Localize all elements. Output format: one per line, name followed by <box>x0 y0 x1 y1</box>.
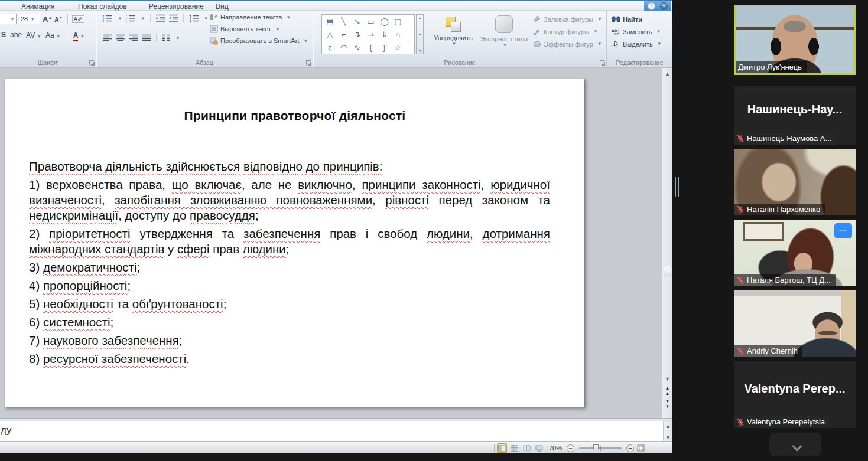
shape-icon[interactable]: ▤ <box>323 15 337 28</box>
decrease-indent-icon[interactable] <box>155 14 165 22</box>
shape-fill-button[interactable]: Заливка фигуры▼ <box>533 15 602 23</box>
shape-icon[interactable]: ⌂ <box>391 28 405 41</box>
slide-text-line: 3) демократичності; <box>29 260 550 275</box>
shape-icon[interactable]: { <box>364 41 378 54</box>
next-slide-button[interactable]: ▼▼ <box>662 398 672 409</box>
participant-tile[interactable]: Дмитро Лук'янець <box>734 5 856 75</box>
shape-icon[interactable]: ◠ <box>337 41 350 54</box>
font-dialog-launcher[interactable] <box>89 60 94 65</box>
clear-formatting-icon[interactable]: A✐ <box>72 15 84 23</box>
numbering-icon[interactable] <box>125 14 136 22</box>
bullets-icon[interactable] <box>102 14 113 22</box>
tab-review[interactable]: Рецензирование <box>149 2 204 11</box>
shapes-gallery[interactable]: ▤╲↘▭◯▢△⌐↴⇒⇓⌂ς◠∿{}☆ <box>321 14 415 54</box>
drawing-dialog-launcher[interactable] <box>600 60 604 65</box>
participant-tile[interactable]: Valentyna Perep... Valentyna Perepelytsi… <box>734 361 856 428</box>
select-button[interactable]: Выделить▼ <box>612 40 662 48</box>
panel-splitter-handle[interactable] <box>675 177 681 197</box>
participant-tile[interactable]: Наталія Пархоменко <box>734 149 856 215</box>
columns-icon[interactable] <box>161 34 171 42</box>
drawing-group: ▤╲↘▭◯▢△⌐↴⇒⇓⌂ς◠∿{}☆ ▲ ▼ ▼̱ Упорядочить▼ Э… <box>313 11 607 67</box>
muted-mic-icon <box>736 418 745 426</box>
shapes-gallery-scrollbar[interactable]: ▲ ▼ ▼̱ <box>416 14 424 54</box>
tab-animation[interactable]: Анимация <box>21 2 54 11</box>
scroll-up-icon[interactable]: ▲ <box>662 71 672 77</box>
notes-pane[interactable]: ду ▲ ▼ <box>0 421 672 442</box>
reading-view-button[interactable] <box>522 443 532 453</box>
shape-icon[interactable]: ↴ <box>350 28 364 41</box>
character-spacing-icon[interactable]: AV▼ <box>26 30 41 40</box>
scroll-participants-button[interactable] <box>769 433 821 456</box>
normal-view-button[interactable] <box>497 443 507 453</box>
vertical-scrollbar[interactable]: ▲ ▼ ▲▲ ▼▼ <box>662 68 672 418</box>
font-size-combo[interactable]: 28▼ <box>19 14 40 24</box>
fit-to-window-icon[interactable] <box>636 444 645 452</box>
line-spacing-icon[interactable] <box>188 14 199 22</box>
paragraph-dialog-launcher[interactable] <box>306 60 311 65</box>
shape-icon[interactable]: ☆ <box>391 41 405 54</box>
find-button[interactable]: Найти <box>612 15 662 23</box>
shape-icon[interactable]: ◯ <box>378 15 391 28</box>
slide-canvas: Принципи правотворчої діяльності Правотв… <box>0 68 672 418</box>
tab-slideshow[interactable]: Показ слайдов <box>78 2 127 11</box>
font-color-icon[interactable]: A▼ <box>73 30 85 40</box>
shape-icon[interactable]: ↘ <box>350 15 364 28</box>
slideshow-view-button[interactable] <box>534 443 544 453</box>
participant-tile[interactable]: ··· Наталя Бартош, ТЦ Д... <box>734 220 856 286</box>
shape-icon[interactable]: △ <box>323 28 337 41</box>
gallery-more-icon[interactable]: ▼̱ <box>418 48 422 53</box>
strikethrough-icon[interactable]: abe <box>10 31 22 39</box>
font-name-combo[interactable]: ▼ <box>0 14 17 24</box>
align-right-icon[interactable] <box>128 34 138 42</box>
arrange-button[interactable]: Упорядочить▼ <box>429 14 477 63</box>
increase-indent-icon[interactable] <box>168 14 178 22</box>
change-case-icon[interactable]: Aa▼ <box>45 30 61 40</box>
arrange-icon <box>446 17 461 32</box>
zoom-out-icon[interactable]: − <box>567 444 574 452</box>
gallery-down-icon[interactable]: ▼ <box>418 32 422 37</box>
previous-slide-button[interactable]: ▲▲ <box>662 385 672 396</box>
shape-icon[interactable]: } <box>378 41 391 54</box>
justify-icon[interactable] <box>141 34 151 42</box>
align-text-button[interactable]: Выровнять текст▼ <box>210 25 308 33</box>
align-center-icon[interactable] <box>115 34 125 42</box>
scrollbar-thumb[interactable] <box>664 266 671 276</box>
collapse-ribbon-icon[interactable]: ⌃ <box>648 2 655 10</box>
text-shadow-icon[interactable]: S <box>1 31 6 39</box>
shape-icon[interactable]: ς <box>323 41 337 54</box>
shape-icon[interactable]: ▭ <box>364 15 378 28</box>
zoom-slider[interactable] <box>579 447 622 449</box>
zoom-slider-thumb[interactable] <box>593 444 599 452</box>
replace-button[interactable]: abac Заменить▼ <box>612 28 662 35</box>
grow-font-icon[interactable]: A▲ <box>43 14 52 24</box>
scroll-down-icon[interactable]: ▼ <box>662 376 672 382</box>
align-left-icon[interactable] <box>102 34 112 42</box>
notes-scroll-up-icon[interactable]: ▲ <box>664 423 672 429</box>
zoom-in-icon[interactable]: + <box>626 444 634 452</box>
notes-scroll-down-icon[interactable]: ▼ <box>664 434 672 440</box>
font-size-value: 28 <box>21 15 28 22</box>
shape-icon[interactable]: ⇓ <box>378 28 391 41</box>
shape-effects-button[interactable]: Эффекты фигур▼ <box>533 40 602 48</box>
convert-smartart-button[interactable]: Преобразовать в SmartArt▼ <box>210 37 308 45</box>
slide[interactable]: Принципи правотворчої діяльності Правотв… <box>5 79 585 407</box>
shape-icon[interactable]: ∿ <box>350 41 364 54</box>
text-direction-button[interactable]: A Направление текста▼ <box>210 13 308 21</box>
more-options-button[interactable]: ··· <box>834 223 852 238</box>
gallery-up-icon[interactable]: ▲ <box>418 16 422 20</box>
participant-tile[interactable]: Нашинець-Нау... Нашинець-Наумова А... <box>734 86 856 145</box>
quick-styles-button[interactable]: Экспресс-стили▼ <box>480 14 528 63</box>
help-icon[interactable]: ? <box>660 2 668 10</box>
participant-name-label: Наталія Пархоменко <box>734 204 825 215</box>
shape-icon[interactable]: ⌐ <box>337 28 350 41</box>
participant-tile[interactable]: Andriy Chernih <box>734 290 856 357</box>
slide-sorter-view-button[interactable] <box>509 443 519 453</box>
notes-scrollbar[interactable]: ▲ ▼ <box>663 421 672 441</box>
shape-icon[interactable]: ╲ <box>337 15 350 28</box>
shape-icon[interactable]: ▢ <box>391 15 405 28</box>
shrink-font-icon[interactable]: A▼ <box>54 14 63 24</box>
tab-view[interactable]: Вид <box>216 2 229 11</box>
ribbon: ▼ 28▼ A▲ A▼ A✐ S abe AV▼ Aa▼ A▼ Шрифт <box>0 11 672 68</box>
shape-icon[interactable]: ⇒ <box>364 28 378 41</box>
shape-outline-button[interactable]: Контур фигуры▼ <box>533 28 602 35</box>
